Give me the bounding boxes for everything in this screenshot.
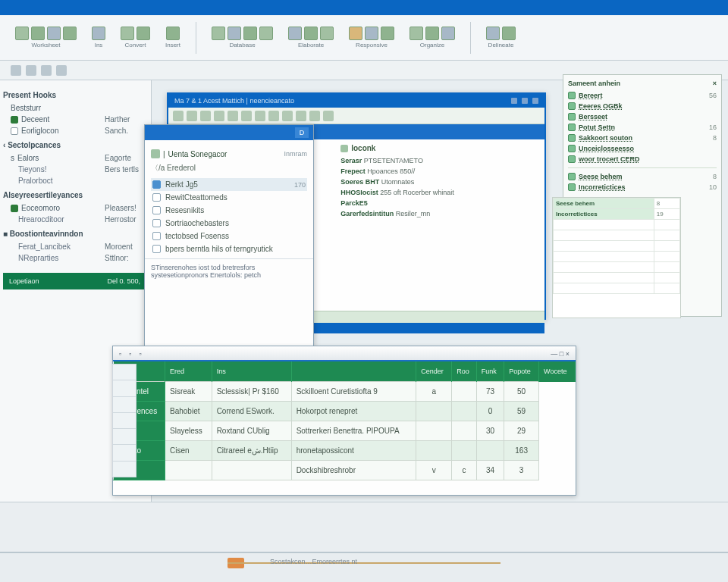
tab[interactable]: ▫ — [139, 350, 141, 358]
ribbon-icon[interactable] — [282, 111, 293, 121]
checkbox-icon[interactable] — [152, 180, 161, 189]
toolbar-icon[interactable] — [41, 65, 52, 76]
table-cell[interactable]: Corrend ESwork. — [212, 402, 291, 421]
table-cell[interactable]: Cisen — [165, 441, 212, 461]
table-cell[interactable]: c — [452, 461, 477, 480]
table-cell[interactable]: 163 — [504, 441, 539, 461]
table-cell[interactable] — [452, 402, 477, 421]
tab[interactable]: ▫ — [119, 350, 121, 358]
table-cell[interactable]: v — [416, 461, 452, 480]
ribbon-icon[interactable] — [243, 27, 257, 40]
table-cell[interactable]: Roxtand CUblig — [212, 421, 291, 441]
ribbon-icon[interactable] — [309, 111, 320, 121]
table-cell[interactable]: Hokorpot renepret — [291, 402, 416, 421]
table-cell[interactable]: 50 — [504, 382, 539, 402]
ribbon-icon[interactable] — [304, 27, 318, 40]
dialog-option[interactable]: Sortriaochebasters — [151, 217, 307, 230]
checkbox-icon[interactable] — [152, 219, 161, 227]
ribbon-icon[interactable] — [259, 27, 273, 40]
checkbox-icon[interactable] — [152, 232, 161, 240]
ribbon-icon[interactable] — [320, 27, 334, 40]
ribbon-icon[interactable] — [323, 111, 334, 121]
table-cell[interactable] — [416, 402, 452, 421]
column-header[interactable] — [291, 361, 416, 382]
ribbon-group-1[interactable]: Ins — [87, 25, 110, 50]
ribbon-icon[interactable] — [296, 111, 306, 121]
column-header[interactable]: Cender — [416, 361, 452, 382]
checkbox-icon[interactable] — [152, 193, 161, 202]
close-icon[interactable]: D — [295, 127, 309, 138]
table-cell[interactable]: Slayeless — [165, 421, 212, 441]
checkbox-icon[interactable] — [11, 205, 18, 212]
nav-item[interactable]: Hrearocditoor — [3, 214, 97, 225]
ribbon-icon[interactable] — [63, 27, 77, 40]
task-pane-item[interactable]: Bereert56 — [568, 90, 717, 101]
dialog-option[interactable]: Resesnikits — [151, 204, 307, 217]
table-cell[interactable]: 73 — [476, 382, 504, 402]
task-pane-item[interactable]: Seese behem8 — [568, 171, 717, 182]
ribbon-icon[interactable] — [212, 27, 225, 40]
nav-item[interactable]: Eorliglocon — [3, 125, 97, 136]
table-cell[interactable] — [452, 382, 477, 402]
column-header[interactable]: Funk — [476, 361, 504, 382]
ribbon-icon[interactable] — [200, 111, 211, 121]
ribbon-icon[interactable] — [31, 27, 45, 40]
ribbon-icon[interactable] — [381, 27, 394, 40]
dialog-option[interactable]: Rerkt Jg5170 — [151, 178, 307, 191]
table-cell[interactable]: 59 — [504, 402, 539, 421]
table-cell[interactable]: Bahobiet — [165, 402, 212, 421]
ribbon-icon[interactable] — [288, 27, 302, 40]
ribbon-group-6[interactable]: Responsive — [344, 25, 399, 50]
column-header[interactable]: Popote — [504, 361, 539, 382]
table-cell[interactable]: 30 — [476, 421, 504, 441]
nav-item[interactable]: s Ealors — [3, 152, 97, 164]
checkbox-icon[interactable] — [152, 206, 161, 214]
table-cell[interactable] — [476, 441, 504, 461]
window-controls[interactable]: — □ × — [551, 350, 570, 358]
nav-item[interactable]: NReprarties — [3, 252, 97, 264]
ribbon-icon[interactable] — [92, 27, 105, 40]
checkbox-icon[interactable] — [11, 116, 18, 124]
ribbon-icon[interactable] — [441, 27, 455, 40]
ribbon-icon[interactable] — [486, 27, 500, 40]
column-header[interactable]: Roo — [452, 361, 477, 382]
ribbon-icon[interactable] — [502, 27, 516, 40]
table-cell[interactable] — [452, 421, 477, 441]
table-cell[interactable]: Citrareel eش.Htiip — [212, 441, 291, 461]
table-titlebar[interactable]: ▫▫▫ — □ × — [113, 346, 576, 361]
ribbon-icon[interactable] — [410, 27, 423, 40]
nav-item[interactable]: Beststurr — [3, 102, 146, 114]
table-cell[interactable] — [212, 461, 291, 480]
column-header[interactable]: Wocete — [539, 361, 576, 382]
ribbon-icon[interactable] — [268, 111, 279, 121]
nav-item[interactable]: Tieyons! — [3, 164, 97, 175]
table-row[interactable]: IoetsSlayelessRoxtand CUbligSottrerkeri … — [114, 421, 576, 441]
ribbon-group-4[interactable]: Database — [207, 25, 278, 50]
table-cell[interactable]: hronetapossicont — [291, 441, 416, 461]
task-pane-item[interactable]: Sakkoort souton8 — [568, 133, 717, 143]
table-cell[interactable]: Sisreak — [165, 382, 212, 402]
task-pane-item[interactable]: Bersseet — [568, 111, 717, 122]
table-cell[interactable]: 0 — [476, 402, 504, 421]
toolbar-icon[interactable] — [11, 65, 21, 76]
task-pane-item[interactable]: Unceiclosseesso — [568, 143, 717, 154]
ribbon-icon[interactable] — [15, 27, 29, 40]
nav-item[interactable]: Pralorboct — [3, 175, 97, 186]
ribbon-icon[interactable] — [228, 27, 241, 40]
ribbon-icon[interactable] — [47, 27, 61, 40]
ribbon-group-8[interactable]: Delineate — [482, 25, 520, 50]
table-cell[interactable] — [416, 441, 452, 461]
ribbon-icon[interactable] — [166, 27, 180, 40]
table-row[interactable]: DeforencesBahobietCorrend ESwork.Hokorpo… — [114, 402, 576, 421]
ribbon-icon[interactable] — [214, 111, 224, 121]
table-row[interactable]: CebantelSisreakSclessisk| Pr $160Sckillo… — [114, 382, 576, 402]
task-pane-item[interactable]: Potut Settn16 — [568, 122, 717, 133]
table-cell[interactable]: 34 — [476, 461, 504, 480]
dialog-option[interactable]: RewitCteattomeds — [151, 191, 307, 204]
window-titlebar[interactable]: Ma 7 & 1 Acest Mattich | neencieancato — [168, 94, 544, 108]
ribbon-group-3[interactable]: Insert — [161, 25, 185, 50]
ribbon-icon[interactable] — [241, 111, 252, 121]
ribbon-icon[interactable] — [349, 27, 362, 40]
ribbon-group-5[interactable]: Elaborate — [284, 25, 338, 50]
ribbon-icon[interactable] — [365, 27, 378, 40]
